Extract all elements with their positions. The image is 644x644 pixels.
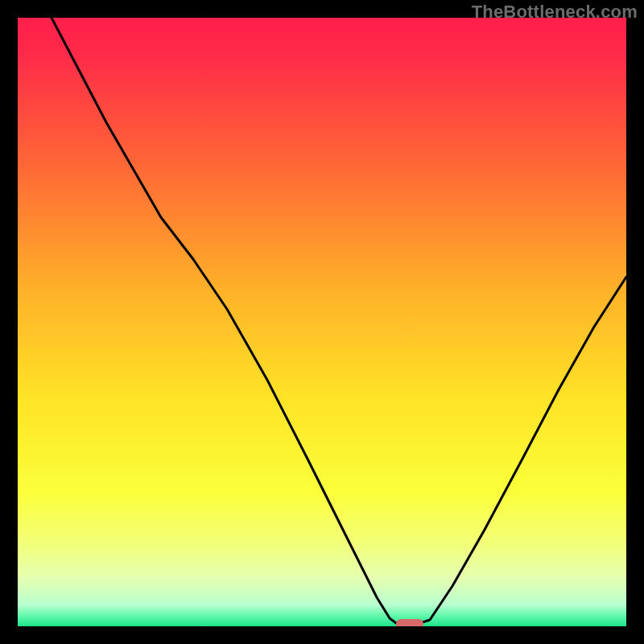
watermark-text: TheBottleneck.com (472, 2, 638, 23)
bottleneck-curve (18, 18, 626, 626)
optimal-marker (396, 619, 423, 626)
chart-frame: TheBottleneck.com (0, 0, 644, 644)
plot-area (18, 18, 626, 626)
